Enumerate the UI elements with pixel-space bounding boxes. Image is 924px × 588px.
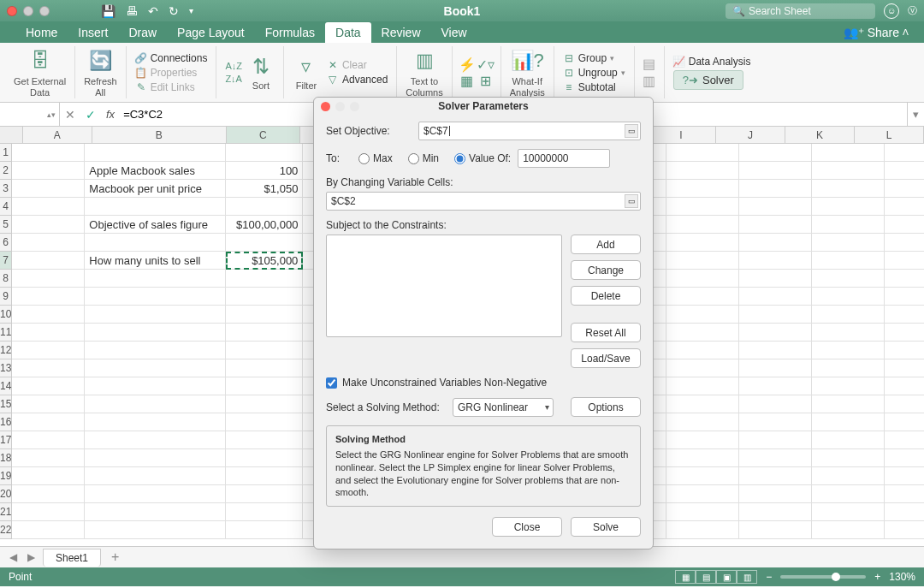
group-button[interactable]: ⊟Group ▾ [563, 52, 614, 64]
cell-A4[interactable] [12, 198, 85, 216]
cell-J4[interactable] [739, 198, 812, 216]
cell-J20[interactable] [739, 485, 812, 503]
add-constraint-button[interactable]: Add [571, 235, 641, 254]
cell-B19[interactable] [85, 467, 226, 485]
tab-formulas[interactable]: Formulas [255, 22, 325, 43]
edit-links-button[interactable]: ✎Edit Links [135, 81, 195, 93]
cell-K20[interactable] [812, 485, 885, 503]
cell-J21[interactable] [739, 503, 812, 521]
cell-B17[interactable] [85, 431, 226, 449]
cell-C3[interactable]: $1,050 [226, 180, 303, 198]
change-constraint-button[interactable]: Change [571, 260, 641, 280]
normal-view-icon[interactable]: ▦ [675, 570, 696, 584]
cell-C8[interactable] [226, 270, 303, 288]
cell-K5[interactable] [812, 216, 885, 234]
cell-K3[interactable] [812, 180, 885, 198]
cell-B13[interactable] [85, 359, 226, 377]
qat-customize-icon[interactable]: ▾ [189, 6, 193, 15]
sheet-tab-sheet1[interactable]: Sheet1 [43, 549, 101, 567]
set-objective-input[interactable]: $C$7▭ [418, 122, 641, 140]
cell-C1[interactable] [226, 144, 303, 162]
cell-I10[interactable] [666, 306, 739, 324]
ribbon-whatif[interactable]: 📊? What-If Analysis [501, 46, 554, 98]
cell-C18[interactable] [226, 449, 303, 467]
ribbon-text-to-columns[interactable]: ▥ Text to Columns [397, 46, 452, 98]
cell-B2[interactable]: Apple Macbook sales [85, 162, 226, 180]
options-button[interactable]: Options [571, 397, 641, 417]
cell-A10[interactable] [12, 306, 85, 324]
cell-B7[interactable]: How many units to sell [85, 252, 226, 270]
cell-L19[interactable] [885, 467, 924, 485]
close-window-icon[interactable] [7, 6, 17, 16]
cell-C12[interactable] [226, 342, 303, 359]
cell-A11[interactable] [12, 324, 85, 342]
sort-za-button[interactable]: Z↓A [225, 74, 242, 84]
cell-B20[interactable] [85, 485, 226, 503]
col-header-L[interactable]: L [855, 127, 924, 143]
cell-A13[interactable] [12, 359, 85, 377]
data-validation-icon[interactable]: ✓▿ [480, 58, 492, 70]
row-header-17[interactable]: 17 [0, 431, 11, 449]
show-detail-icon[interactable]: ▤ [643, 58, 655, 70]
solve-button[interactable]: Solve [571, 517, 641, 537]
redo-icon[interactable]: ↻ [169, 4, 179, 18]
load-save-button[interactable]: Load/Save [571, 348, 641, 368]
cell-C22[interactable] [226, 521, 303, 539]
cell-I19[interactable] [666, 467, 739, 485]
cell-B10[interactable] [85, 306, 226, 324]
cell-A7[interactable] [12, 252, 85, 270]
cell-B11[interactable] [85, 324, 226, 342]
cell-L10[interactable] [885, 306, 924, 324]
sheet-nav-next-icon[interactable]: ▶ [25, 551, 38, 563]
zoom-slider[interactable] [780, 575, 866, 579]
name-box[interactable]: ▴▾ [0, 103, 60, 126]
cell-J11[interactable] [739, 324, 812, 342]
cell-A8[interactable] [12, 270, 85, 288]
cell-K18[interactable] [812, 449, 885, 467]
cell-I2[interactable] [666, 162, 739, 180]
ribbon-group-refresh[interactable]: 🔄 Refresh All [75, 46, 127, 98]
col-header-A[interactable]: A [23, 127, 92, 143]
cell-A12[interactable] [12, 342, 85, 359]
cell-I16[interactable] [666, 413, 739, 431]
cell-K7[interactable] [812, 252, 885, 270]
cell-B14[interactable] [85, 377, 226, 395]
cell-A9[interactable] [12, 288, 85, 306]
cell-I6[interactable] [666, 234, 739, 252]
cell-B21[interactable] [85, 503, 226, 521]
solving-method-select[interactable]: GRG Nonlinear [453, 398, 554, 417]
select-all-corner[interactable] [0, 127, 23, 143]
col-header-I[interactable]: I [647, 127, 716, 143]
cell-K10[interactable] [812, 306, 885, 324]
ribbon-group-external-data[interactable]: 🗄 Get External Data [5, 46, 75, 98]
row-header-20[interactable]: 20 [0, 485, 11, 503]
filter-icon[interactable]: ▿ [293, 53, 320, 80]
cell-I17[interactable] [666, 431, 739, 449]
cell-A19[interactable] [12, 467, 85, 485]
dialog-close-icon[interactable] [321, 102, 330, 111]
zoom-level[interactable]: 130% [889, 571, 915, 583]
reset-all-button[interactable]: Reset All [571, 323, 641, 342]
cell-C7[interactable]: $105,000 [226, 252, 303, 270]
cell-C20[interactable] [226, 485, 303, 503]
cell-C11[interactable] [226, 324, 303, 342]
cell-I22[interactable] [666, 521, 739, 539]
cell-J18[interactable] [739, 449, 812, 467]
cell-K13[interactable] [812, 359, 885, 377]
add-sheet-icon[interactable]: + [106, 549, 124, 565]
titlebar-chevron-icon[interactable]: ⓥ [908, 4, 917, 17]
cell-A22[interactable] [12, 521, 85, 539]
custom-view-icon[interactable]: ▥ [737, 570, 757, 584]
by-changing-input[interactable]: $C$2▭ [326, 192, 641, 211]
cell-K12[interactable] [812, 342, 885, 359]
cell-A21[interactable] [12, 503, 85, 521]
row-header-10[interactable]: 10 [0, 306, 11, 324]
cell-B4[interactable] [85, 198, 226, 216]
cell-I21[interactable] [666, 503, 739, 521]
cell-C15[interactable] [226, 395, 303, 413]
tab-draw[interactable]: Draw [118, 22, 167, 43]
cancel-formula-icon[interactable]: ✕ [60, 108, 80, 122]
radio-value-of[interactable]: Value Of: [454, 152, 511, 164]
cell-K22[interactable] [812, 521, 885, 539]
save-icon[interactable]: 💾 [101, 4, 116, 18]
